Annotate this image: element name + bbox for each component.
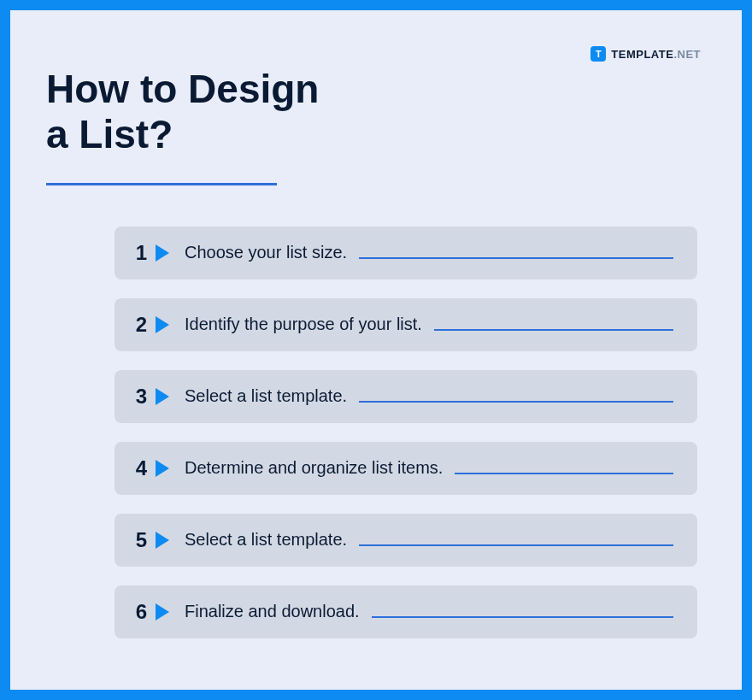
brand-badge-icon: T [590,46,606,62]
title-underline [46,183,277,185]
step-text: Choose your list size. [185,243,347,262]
step-underline [434,329,673,331]
list-item: 1 Choose your list size. [115,226,697,279]
brand-name: TEMPLATE [611,48,673,61]
play-icon [156,388,169,405]
step-number: 5 [132,528,147,552]
step-number: 4 [132,456,147,480]
step-number: 6 [132,600,147,624]
step-underline [359,544,673,546]
step-text: Finalize and download. [185,602,360,621]
brand-suffix: .NET [673,48,701,61]
step-underline [372,616,673,618]
step-text: Determine and organize list items. [185,458,443,478]
title-line-1: How to Design [46,67,319,111]
step-number: 1 [132,241,147,265]
play-icon [156,603,169,621]
step-text: Select a list template. [185,386,347,406]
brand-logo: T TEMPLATE.NET [590,46,701,62]
step-underline [359,257,673,259]
steps-list: 1 Choose your list size. 2 Identify the … [46,226,706,638]
step-underline [359,401,673,403]
list-item: 5 Select a list template. [115,514,697,567]
step-text: Select a list template. [185,530,347,550]
step-number: 2 [132,313,147,337]
play-icon [156,532,169,549]
play-icon [156,316,169,333]
document-canvas: T TEMPLATE.NET How to Design a List? 1 C… [10,10,742,690]
list-item: 2 Identify the purpose of your list. [115,298,697,351]
list-item: 4 Determine and organize list items. [115,442,697,495]
step-number: 3 [132,385,147,409]
step-text: Identify the purpose of your list. [185,315,422,334]
step-underline [455,473,673,474]
brand-text: TEMPLATE.NET [611,48,701,61]
page-title: How to Design a List? [46,67,706,157]
list-item: 6 Finalize and download. [115,585,697,638]
title-line-2: a List? [46,112,173,156]
play-icon [156,460,169,477]
play-icon [156,244,169,262]
list-item: 3 Select a list template. [115,370,697,423]
